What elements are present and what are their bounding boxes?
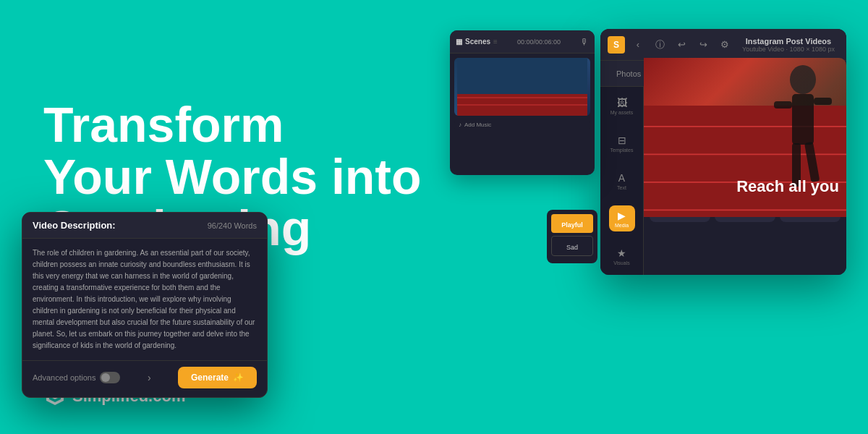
hero-title-line1: Transform: [43, 97, 284, 152]
sparkle-icon: ✨: [233, 373, 244, 383]
sidebar-tool-media[interactable]: ▶ Media: [609, 205, 635, 231]
add-music-btn[interactable]: ♪ Add Music: [454, 120, 590, 129]
canvas-area: Reach all you: [644, 58, 846, 217]
timeline-header: ▦ Scenes ≡ 00:00/00:06:00 🎙: [450, 30, 595, 54]
text-label: Text: [617, 185, 626, 190]
back-btn[interactable]: ‹: [629, 36, 647, 54]
modal-word-count: 96/240 Words: [208, 221, 257, 230]
emotion-sad-label: Sad: [566, 244, 578, 251]
scenes-label: ▦ Scenes ≡: [456, 38, 498, 46]
svg-rect-7: [774, 101, 792, 109]
sidebar-tool-visuals[interactable]: ★ Visuals: [609, 243, 635, 269]
scene-overlay: [454, 58, 590, 116]
text-icon: A: [618, 172, 625, 184]
modal-body: The role of children in gardening. As an…: [22, 239, 267, 360]
video-description-modal: Video Description: 96/240 Words The role…: [22, 212, 268, 398]
settings-btn[interactable]: ⚙: [716, 36, 733, 54]
timeline-content: ♪ Add Music: [450, 54, 595, 134]
emotion-btn-playful[interactable]: Playful: [551, 214, 593, 233]
advanced-options[interactable]: Advanced options: [33, 372, 120, 383]
generate-btn-label: Generate: [191, 373, 229, 383]
undo-btn[interactable]: ↩: [673, 36, 690, 54]
sidebar-tool-text[interactable]: A Text: [609, 168, 635, 194]
advanced-toggle[interactable]: [100, 372, 120, 383]
redo-btn[interactable]: ↪: [694, 36, 712, 54]
music-note-icon: ♪: [459, 122, 461, 128]
visuals-label: Visuals: [613, 260, 629, 265]
editor-topbar: S ‹ ⓘ ↩ ↪ ⚙ Instagram Post Videos Youtub…: [600, 29, 846, 61]
scenes-text: Scenes: [465, 38, 490, 46]
hero-title-line2: Your Words into: [43, 149, 422, 204]
scenes-icon: ▦: [456, 38, 462, 46]
modal-header: Video Description: 96/240 Words: [22, 213, 267, 239]
app-logo-icon: S: [608, 36, 625, 54]
toggle-knob: [101, 373, 110, 382]
modal-expand-arrow[interactable]: ›: [148, 372, 151, 383]
modal-description-text: The role of children in gardening. As an…: [33, 247, 257, 352]
svg-rect-8: [814, 98, 832, 105]
scene-thumbnail-1[interactable]: [454, 58, 590, 116]
timeline-area: ▦ Scenes ≡ 00:00/00:06:00 🎙 ♪ Add Music: [450, 30, 595, 175]
emotion-btn-sad[interactable]: Sad: [551, 236, 593, 256]
emotion-panel: Playful Sad: [547, 210, 597, 263]
editor-subtitle: Youtube Video · 1080 × 1080 px: [738, 46, 839, 53]
assets-label: My assets: [610, 110, 634, 115]
editor-sidebar: 🖼 My assets ⊟ Templates A Text ▶ Media ★…: [600, 87, 644, 275]
emotion-playful-label: Playful: [561, 221, 583, 229]
templates-label: Templates: [610, 148, 634, 153]
sidebar-tool-assets[interactable]: 🖼 My assets: [609, 93, 635, 119]
info-btn[interactable]: ⓘ: [651, 36, 668, 54]
editor-title: Instagram Post Videos: [738, 37, 839, 46]
editor-title-area: Instagram Post Videos Youtube Video · 10…: [738, 37, 839, 53]
athlete-image-bg: Reach all you: [644, 58, 846, 217]
templates-icon: ⊟: [618, 135, 626, 146]
svg-rect-10: [804, 142, 820, 182]
add-music-text: Add Music: [464, 122, 491, 128]
media-label: Media: [615, 223, 629, 228]
timecode: 00:00/00:06:00: [517, 38, 561, 46]
svg-rect-6: [792, 94, 814, 145]
mic-timeline-icon: 🎙: [580, 37, 589, 47]
visuals-icon: ★: [617, 247, 626, 259]
svg-point-5: [790, 65, 816, 94]
modal-footer: Advanced options › Generate ✨: [22, 360, 267, 397]
advanced-options-label: Advanced options: [33, 373, 95, 382]
sidebar-tool-templates[interactable]: ⊟ Templates: [609, 130, 635, 156]
scenes-menu-icon: ≡: [493, 38, 498, 46]
reach-text: Reach all you: [736, 178, 839, 195]
assets-icon: 🖼: [617, 97, 627, 109]
media-icon: ▶: [618, 210, 626, 221]
generate-btn[interactable]: Generate ✨: [178, 367, 257, 388]
modal-title: Video Description:: [33, 220, 116, 231]
